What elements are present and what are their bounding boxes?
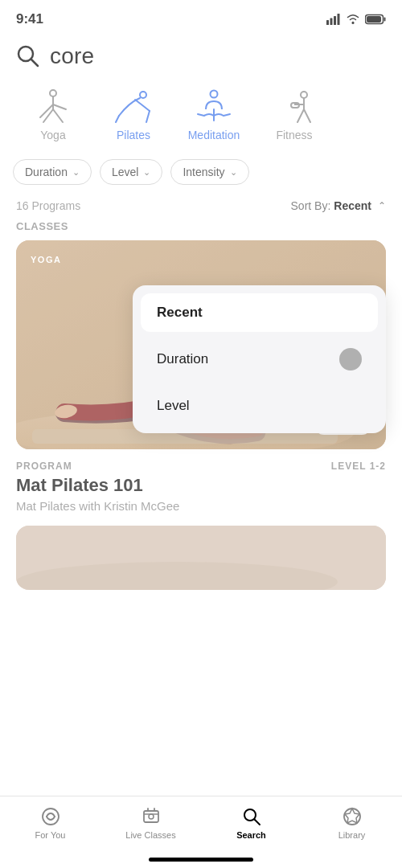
svg-point-16 bbox=[140, 92, 146, 98]
sort-duration-label: Duration bbox=[157, 351, 208, 367]
home-indicator bbox=[149, 858, 253, 862]
sort-option-level[interactable]: Level bbox=[141, 387, 378, 425]
svg-rect-2 bbox=[334, 16, 336, 25]
svg-point-40 bbox=[149, 814, 154, 819]
card-tag: YOGA bbox=[31, 255, 61, 264]
svg-point-4 bbox=[352, 22, 355, 24]
sort-option-duration[interactable]: Duration bbox=[141, 337, 378, 382]
status-bar: 9:41 bbox=[0, 0, 402, 35]
filter-duration-label: Duration bbox=[25, 166, 68, 178]
svg-rect-7 bbox=[367, 16, 381, 23]
sort-dropdown[interactable]: Recent Duration Level bbox=[133, 285, 386, 433]
yoga-icon bbox=[32, 87, 74, 125]
sort-option-recent[interactable]: Recent bbox=[141, 293, 378, 332]
for-you-icon bbox=[40, 806, 61, 827]
filter-intensity-label: Intensity bbox=[183, 166, 224, 178]
section-label: Classes bbox=[16, 220, 386, 232]
search-query: core bbox=[50, 43, 94, 69]
program-level: LEVEL 1-2 bbox=[331, 461, 386, 472]
svg-point-10 bbox=[50, 90, 56, 96]
status-icons bbox=[326, 14, 386, 25]
live-classes-icon bbox=[141, 806, 162, 827]
duration-chevron-icon: ⌄ bbox=[72, 167, 80, 178]
svg-rect-6 bbox=[384, 18, 386, 22]
svg-line-17 bbox=[116, 116, 119, 122]
nav-library[interactable]: Library bbox=[302, 806, 402, 840]
svg-rect-3 bbox=[338, 14, 340, 25]
pilates-label: Pilates bbox=[117, 129, 150, 141]
sort-recent-label: Recent bbox=[157, 305, 203, 321]
battery-icon bbox=[365, 14, 386, 25]
program-info: PROGRAM LEVEL 1-2 Mat Pilates 101 Mat Pi… bbox=[16, 449, 386, 513]
fitness-icon bbox=[273, 87, 315, 125]
svg-line-42 bbox=[254, 820, 260, 825]
programs-count: 16 Programs bbox=[16, 199, 80, 212]
nav-for-you[interactable]: For You bbox=[0, 806, 100, 840]
nav-live-classes-label: Live Classes bbox=[125, 830, 175, 840]
status-time: 9:41 bbox=[16, 11, 43, 27]
category-meditation[interactable]: Meditation bbox=[174, 82, 254, 149]
nav-search[interactable]: Search bbox=[201, 806, 302, 840]
search-icon bbox=[16, 44, 40, 68]
filter-duration[interactable]: Duration ⌄ bbox=[13, 159, 92, 185]
sort-label: Sort By: bbox=[291, 199, 331, 212]
svg-point-23 bbox=[301, 92, 307, 98]
svg-point-38 bbox=[43, 809, 59, 825]
category-yoga[interactable]: Yoga bbox=[13, 82, 93, 149]
search-bar[interactable]: core bbox=[0, 35, 402, 82]
nav-search-label: Search bbox=[236, 830, 266, 840]
filter-intensity[interactable]: Intensity ⌄ bbox=[170, 159, 248, 185]
program-type: PROGRAM bbox=[16, 461, 72, 472]
svg-rect-39 bbox=[144, 811, 158, 822]
sort-by-button[interactable]: Sort By: Recent ⌃ bbox=[291, 199, 386, 212]
filter-row: Duration ⌄ Level ⌄ Intensity ⌄ bbox=[0, 149, 402, 194]
svg-line-15 bbox=[53, 109, 63, 122]
pilates-icon bbox=[113, 87, 154, 125]
sort-duration-indicator bbox=[339, 348, 362, 371]
yoga-label: Yoga bbox=[40, 129, 65, 141]
category-pilates[interactable]: Pilates bbox=[93, 82, 174, 149]
svg-line-14 bbox=[43, 109, 53, 122]
svg-line-9 bbox=[31, 59, 39, 67]
intensity-chevron-icon: ⌄ bbox=[230, 167, 237, 178]
library-icon bbox=[342, 806, 363, 827]
svg-line-21 bbox=[198, 114, 204, 116]
next-card-preview[interactable] bbox=[16, 526, 386, 590]
program-title: Mat Pilates 101 bbox=[16, 475, 386, 496]
wifi-icon bbox=[346, 14, 360, 25]
program-meta: PROGRAM LEVEL 1-2 bbox=[16, 461, 386, 472]
svg-line-13 bbox=[53, 104, 66, 109]
svg-line-22 bbox=[224, 114, 230, 116]
svg-rect-0 bbox=[326, 20, 329, 25]
sort-value: Recent bbox=[334, 199, 371, 212]
svg-line-18 bbox=[146, 111, 150, 122]
category-row: Yoga Pilates Meditation bbox=[0, 82, 402, 149]
program-subtitle: Mat Pilates with Kristin McGee bbox=[16, 499, 386, 513]
svg-line-27 bbox=[304, 109, 310, 122]
nav-live-classes[interactable]: Live Classes bbox=[100, 806, 201, 840]
nav-library-label: Library bbox=[338, 830, 366, 840]
level-chevron-icon: ⌄ bbox=[143, 167, 150, 178]
sort-level-label: Level bbox=[157, 398, 190, 414]
fitness-label: Fitness bbox=[276, 129, 312, 141]
category-fitness[interactable]: Fitness bbox=[254, 82, 334, 149]
meditation-icon bbox=[193, 87, 235, 125]
programs-header: 16 Programs Sort By: Recent ⌃ bbox=[0, 194, 402, 220]
filter-level-label: Level bbox=[112, 166, 138, 178]
filter-level[interactable]: Level ⌄ bbox=[100, 159, 162, 185]
meditation-label: Meditation bbox=[188, 129, 240, 141]
signal-icon bbox=[326, 14, 341, 25]
search-nav-icon bbox=[241, 806, 262, 827]
svg-rect-1 bbox=[330, 18, 333, 26]
nav-for-you-label: For You bbox=[35, 830, 66, 840]
svg-line-26 bbox=[297, 109, 304, 122]
svg-point-19 bbox=[211, 91, 218, 98]
sort-chevron-icon: ⌃ bbox=[378, 200, 386, 211]
